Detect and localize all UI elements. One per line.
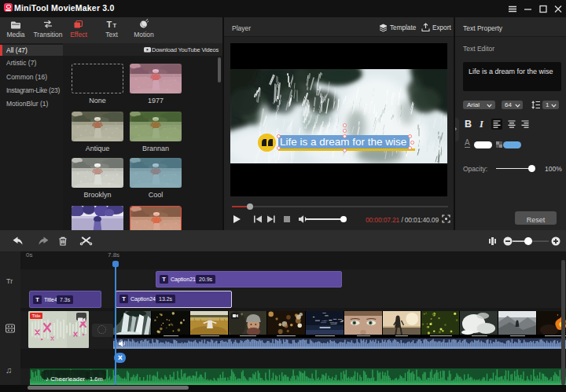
svg-text:T: T <box>107 20 112 29</box>
svg-text:T: T <box>113 22 117 29</box>
